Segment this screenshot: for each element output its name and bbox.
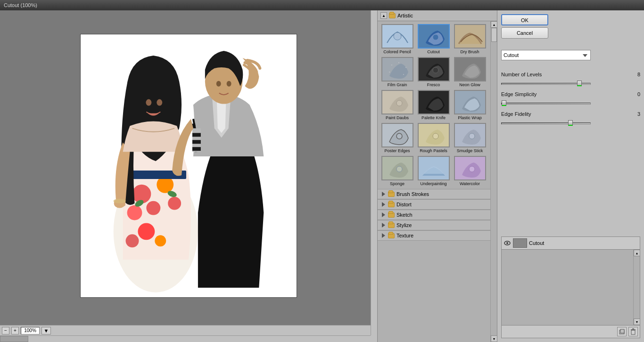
eye-svg — [504, 240, 511, 246]
filter-dropdown[interactable]: Cutout — [501, 50, 591, 60]
edge-fidelity-slider[interactable] — [501, 122, 591, 124]
svg-point-53 — [469, 166, 475, 172]
filter-rough-pastels[interactable]: Rough Pastels — [416, 122, 451, 154]
stylize-header[interactable]: Stylize — [378, 220, 490, 230]
filter-colored-pencil[interactable]: Colored Pencil — [380, 23, 415, 55]
new-layer-icon — [619, 328, 625, 335]
delete-layer-button[interactable] — [628, 327, 638, 336]
colored-pencil-label: Colored Pencil — [383, 49, 411, 54]
layers-header: Cutout — [502, 237, 640, 250]
layers-scroll-track — [634, 256, 640, 318]
spacer2 — [501, 64, 640, 68]
filter-palette-knife[interactable]: Palette Knife — [416, 89, 451, 121]
smudge-stick-label: Smudge Stick — [457, 148, 483, 153]
horizontal-scrollbar[interactable] — [0, 335, 371, 342]
svg-rect-57 — [620, 329, 624, 333]
filter-empty-area — [378, 241, 490, 311]
svg-point-33 — [405, 67, 406, 68]
h-scroll-thumb[interactable] — [0, 336, 28, 342]
scroll-up-button[interactable]: ▲ — [491, 21, 497, 28]
layers-scroll-up[interactable]: ▲ — [634, 250, 640, 256]
number-of-levels-slider[interactable] — [501, 83, 591, 85]
distort-header[interactable]: Distort — [378, 200, 490, 210]
svg-point-7 — [138, 223, 155, 240]
svg-point-35 — [403, 74, 404, 75]
svg-point-50 — [396, 166, 402, 172]
texture-folder-icon — [388, 233, 395, 238]
layers-scroll-down[interactable]: ▼ — [634, 318, 640, 325]
filter-underpainting[interactable]: Underpainting — [416, 155, 451, 187]
svg-point-32 — [398, 62, 399, 63]
filter-watercolor[interactable]: Watercolor — [452, 155, 487, 187]
dry-brush-thumb — [454, 24, 486, 49]
number-of-levels-label: Number of Levels — [501, 72, 542, 77]
spacer — [501, 42, 640, 46]
filter-poster-edges[interactable]: Poster Edges — [380, 122, 415, 154]
zoom-input[interactable]: 100% — [21, 327, 40, 334]
scroll-thumb[interactable] — [491, 28, 497, 42]
poster-edges-label: Poster Edges — [384, 148, 410, 153]
filter-plastic-wrap[interactable]: Plastic Wrap — [452, 89, 487, 121]
collapse-button[interactable]: ▲ — [380, 12, 387, 19]
title-bar: Cutout (100%) — [0, 0, 644, 10]
svg-point-34 — [389, 72, 390, 73]
palette-knife-label: Palette Knife — [421, 115, 446, 120]
flex-spacer — [501, 131, 640, 233]
filter-paint-daubs[interactable]: Paint Daubs — [380, 89, 415, 121]
filter-smudge-stick[interactable]: Smudge Stick — [452, 122, 487, 154]
svg-rect-24 — [192, 147, 201, 151]
layers-scroll-area: ▲ ▼ — [502, 250, 640, 325]
edge-simplicity-slider[interactable] — [501, 103, 591, 105]
texture-label: Texture — [396, 233, 413, 238]
stylize-folder-icon — [388, 223, 395, 228]
paint-daubs-label: Paint Daubs — [386, 115, 409, 120]
scroll-corner — [371, 335, 377, 342]
cancel-button[interactable]: Cancel — [501, 27, 548, 39]
sketch-label: Sketch — [396, 212, 413, 218]
new-layer-button[interactable] — [617, 327, 627, 336]
svg-point-40 — [396, 100, 402, 106]
svg-point-48 — [469, 133, 475, 139]
vertical-scrollbar[interactable] — [371, 10, 377, 335]
edge-fidelity-row: Edge Fidelity 3 — [501, 111, 640, 117]
scroll-track — [491, 28, 497, 335]
svg-point-17 — [114, 199, 126, 204]
sketch-header[interactable]: Sketch — [378, 210, 490, 220]
zoom-plus-button[interactable]: + — [11, 327, 19, 334]
edge-fidelity-label: Edge Fidelity — [501, 111, 531, 117]
zoom-dropdown[interactable]: ▼ — [41, 327, 51, 334]
filter-panel: ▲ Artistic Colored Pencil — [377, 10, 497, 342]
distort-section: Distort — [378, 199, 490, 210]
brush-strokes-header[interactable]: Brush Strokes — [378, 189, 490, 199]
layer-visibility-icon[interactable] — [504, 239, 511, 247]
number-of-levels-thumb[interactable] — [577, 81, 582, 86]
artistic-label: Artistic — [397, 13, 413, 18]
svg-point-28 — [433, 34, 438, 40]
svg-point-37 — [433, 67, 438, 73]
filter-sponge[interactable]: Sponge — [380, 155, 415, 187]
layer-name: Cutout — [529, 240, 544, 246]
zoom-minus-button[interactable]: − — [2, 327, 9, 334]
svg-point-55 — [506, 242, 508, 244]
texture-header[interactable]: Texture — [378, 231, 490, 241]
edge-simplicity-thumb[interactable] — [502, 100, 506, 106]
filter-cutout[interactable]: Cutout — [416, 23, 451, 55]
artistic-grid: Colored Pencil Cutout Dry Brush — [378, 21, 490, 189]
texture-arrow — [380, 233, 386, 238]
layers-toolbar — [502, 325, 640, 338]
edge-simplicity-value: 0 — [631, 91, 640, 97]
edge-fidelity-thumb[interactable] — [568, 120, 573, 126]
sketch-folder-icon — [388, 212, 395, 218]
sketch-arrow — [380, 212, 386, 218]
distort-arrow — [380, 202, 386, 207]
svg-point-20 — [227, 81, 231, 87]
layers-list — [502, 250, 633, 325]
filter-film-grain[interactable]: Film Grain — [380, 56, 415, 88]
artistic-section-header[interactable]: ▲ Artistic — [378, 10, 497, 21]
brush-strokes-label: Brush Strokes — [396, 191, 429, 197]
scroll-down-button[interactable]: ▼ — [491, 335, 497, 342]
filter-fresco[interactable]: Fresco — [416, 56, 451, 88]
filter-neon-glow[interactable]: Neon Glow — [452, 56, 487, 88]
filter-dry-brush[interactable]: Dry Brush — [452, 23, 487, 55]
ok-button[interactable]: OK — [501, 14, 548, 25]
